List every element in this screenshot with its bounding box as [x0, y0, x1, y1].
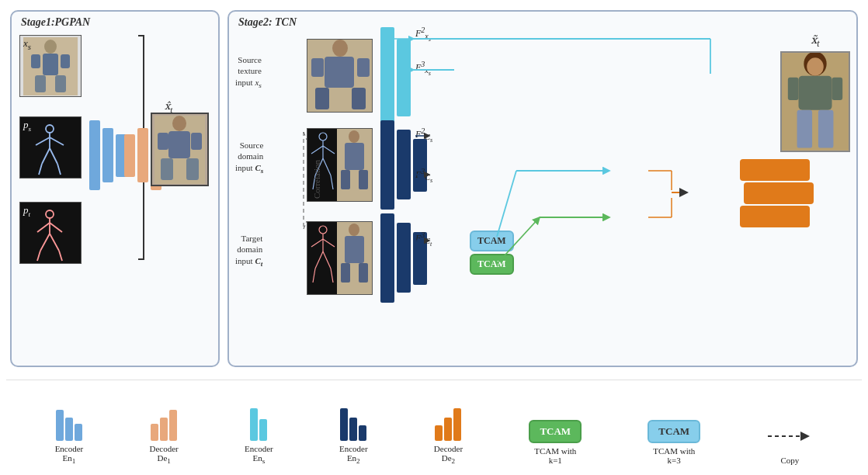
svg-rect-37 — [357, 58, 370, 77]
svg-rect-2 — [43, 54, 58, 75]
svg-rect-64 — [341, 263, 350, 283]
stage2-inner: Sourcetextureinput xs — [229, 12, 856, 366]
decoder-de1-icon — [151, 410, 177, 441]
correlation-label: Correlation — [312, 160, 321, 199]
output-hat-label: x̂t — [165, 100, 172, 114]
svg-rect-35 — [352, 88, 366, 109]
darkblue-bar-1 — [380, 120, 394, 210]
output-person-svg — [155, 116, 205, 184]
diagram-area: Stage1:PGPAN xs — [6, 6, 862, 378]
orange-bar-upper — [740, 159, 810, 181]
leg-en2-sublabel: En2 — [347, 453, 360, 463]
row3-dark-enc — [380, 213, 427, 303]
f3-ct-label: F3Ct — [415, 231, 432, 248]
svg-rect-33 — [325, 57, 354, 88]
svg-rect-28 — [186, 158, 199, 180]
svg-rect-5 — [31, 54, 40, 68]
leg-ens-sublabel: Ens — [252, 453, 265, 463]
f2-cs-label: F2Cs — [415, 127, 432, 144]
svg-line-13 — [39, 164, 42, 175]
leg-tcam-k1-label: TCAM withk=1 — [534, 446, 576, 465]
leg-dec1-bar1 — [151, 424, 158, 441]
copy-dashed-svg — [766, 430, 813, 442]
leg-de2-bar2 — [444, 418, 452, 441]
leg-enc1-bar1 — [56, 410, 64, 441]
stage1-box: Stage1:PGPAN xs — [10, 10, 220, 367]
tcam-k1-icon: TCAM — [529, 420, 582, 443]
svg-rect-27 — [161, 158, 173, 180]
legend-decoder-de1: DecoderDe1 — [150, 410, 179, 465]
leg-en2-bar1 — [340, 408, 348, 441]
svg-line-11 — [42, 148, 50, 164]
input-xs: xs — [19, 35, 82, 97]
darkblue-bar-r3-2 — [397, 223, 411, 293]
svg-rect-65 — [359, 263, 368, 283]
leg-dec1-sublabel: De1 — [157, 453, 170, 463]
f3-xs-label: F3xs — [415, 60, 431, 77]
orange-bar-merge — [744, 182, 814, 204]
dec-bar-2 — [137, 128, 148, 182]
darkblue-bar-2 — [397, 130, 411, 199]
leg-enc1-bar3 — [75, 424, 82, 441]
encoder-en1-icon — [56, 410, 82, 441]
f2-xs-label: F2xs — [415, 26, 431, 43]
darkblue-bar-r3-1 — [380, 213, 394, 303]
svg-rect-63 — [345, 236, 364, 263]
svg-rect-50 — [341, 170, 350, 189]
tcam-green-btn[interactable]: TCAM — [470, 254, 514, 275]
row2-person-svg — [337, 129, 372, 202]
input-ps: ps — [19, 116, 82, 179]
svg-line-17 — [37, 223, 50, 232]
encoder-ens-icon — [250, 408, 267, 441]
tcam-k3-btn: TCAM — [648, 420, 700, 443]
leg-copy-label: Copy — [780, 456, 799, 465]
input-pt: pt — [19, 202, 82, 264]
copy-icon — [766, 420, 813, 452]
legend-tcam-k1: TCAM TCAM withk=1 — [529, 420, 582, 465]
output-xt-container: x̃t — [780, 33, 850, 152]
svg-rect-73 — [832, 78, 843, 100]
xs-person-svg — [23, 37, 78, 95]
decoder-de2-icon — [435, 408, 461, 441]
stage1-label: Stage1:PGPAN — [21, 16, 90, 29]
row3-img-box — [307, 221, 373, 295]
row1-img-box — [307, 39, 373, 113]
svg-point-15 — [46, 210, 54, 218]
svg-point-62 — [349, 224, 359, 236]
output-xt-img — [780, 51, 850, 152]
leg-de2-bar1 — [435, 425, 443, 441]
svg-point-68 — [807, 57, 824, 75]
stage1-output: x̂t — [151, 113, 209, 186]
svg-rect-70 — [797, 110, 813, 148]
svg-point-7 — [46, 125, 54, 133]
orange-bar-lower — [740, 206, 810, 227]
svg-line-9 — [36, 137, 50, 145]
source-domain-label: Sourcedomaininput Cs — [235, 140, 263, 176]
leg-en2-bar3 — [359, 425, 366, 441]
tcam-blue-btn[interactable]: TCAM — [470, 231, 514, 251]
ps-skeleton-svg — [28, 123, 71, 176]
dec-bar-1 — [124, 134, 135, 177]
output-xt-svg — [782, 52, 849, 151]
svg-line-84 — [497, 171, 516, 237]
svg-line-14 — [57, 164, 61, 175]
svg-rect-30 — [191, 133, 202, 150]
legend-encoder-en2: EncoderEn2 — [339, 408, 368, 465]
svg-rect-3 — [35, 75, 46, 92]
encoder-en2-icon — [340, 408, 366, 441]
leg-de2-label: DecoderDe2 — [434, 444, 463, 465]
svg-rect-72 — [788, 78, 799, 100]
svg-line-10 — [50, 137, 64, 145]
tcam-k1-btn: TCAM — [529, 420, 582, 443]
leg-enc1-bar2 — [65, 418, 73, 441]
leg-de2-sublabel: De2 — [442, 453, 455, 463]
leg-dec1-label: DecoderDe1 — [150, 444, 179, 465]
leg-dec1-bar2 — [160, 418, 168, 441]
svg-rect-34 — [315, 88, 329, 109]
leg-ens-label: EncoderEns — [245, 444, 273, 465]
legend-encoder-en1: EncoderEn1 — [55, 410, 84, 465]
xs-label: xs — [23, 37, 31, 51]
source-texture-label: Sourcetextureinput xs — [235, 54, 262, 91]
svg-line-20 — [50, 234, 59, 251]
leg-de2-bar3 — [453, 408, 461, 441]
